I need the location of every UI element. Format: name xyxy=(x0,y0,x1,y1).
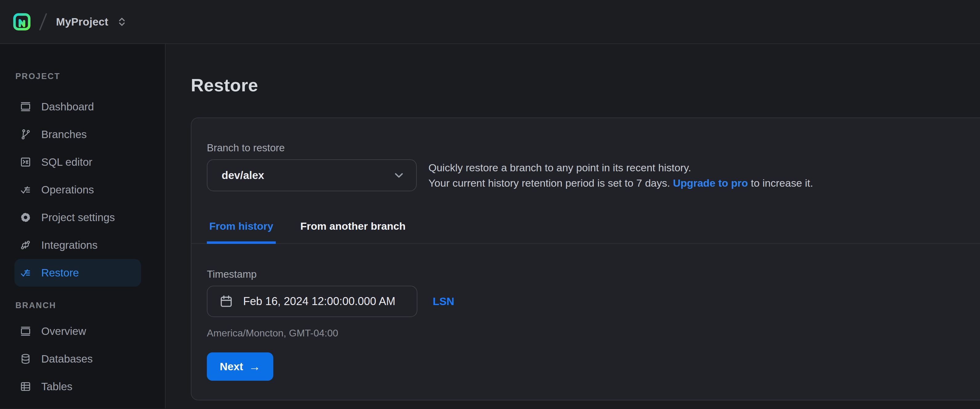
sql-editor-icon xyxy=(20,156,32,168)
sidebar-item-label: Tables xyxy=(41,380,72,393)
neon-logo[interactable] xyxy=(13,12,31,32)
gear-icon xyxy=(20,212,32,223)
next-button[interactable]: Next → xyxy=(207,352,273,381)
sidebar-item-label: SQL editor xyxy=(41,156,92,168)
branch-to-restore-label: Branch to restore xyxy=(207,142,979,154)
table-icon xyxy=(20,381,32,392)
description-line2-after: to increase it. xyxy=(748,177,813,189)
next-button-label: Next xyxy=(220,360,243,373)
project-switcher[interactable]: MyProject xyxy=(56,16,128,28)
sidebar-item-operations[interactable]: Operations xyxy=(14,176,141,204)
sidebar-item-sql-editor[interactable]: SQL editor xyxy=(14,148,141,176)
timezone-text: America/Moncton, GMT-04:00 xyxy=(207,328,979,339)
timestamp-input[interactable]: Feb 16, 2024 12:00:00.000 AM xyxy=(207,286,417,317)
database-icon xyxy=(20,353,32,365)
restore-description: Quickly restore a branch to any point in… xyxy=(428,160,813,191)
branch-select[interactable]: dev/alex xyxy=(207,159,417,191)
main-content: Restore Branch to restore dev/alex Quick… xyxy=(165,44,980,408)
operations-checklist-icon xyxy=(20,184,32,196)
description-line2: Your current history retention period is… xyxy=(428,177,673,189)
sidebar-item-cutoff[interactable] xyxy=(14,405,141,408)
sidebar-item-label: Overview xyxy=(41,325,86,337)
chevron-updown-icon xyxy=(116,16,128,28)
sidebar-item-restore[interactable]: Restore xyxy=(14,259,141,287)
sidebar-item-label: Operations xyxy=(41,184,94,196)
description-line1: Quickly restore a branch to any point in… xyxy=(428,162,691,173)
arrow-right-icon: → xyxy=(249,361,260,373)
top-bar: MyProject xyxy=(0,0,980,44)
timestamp-label: Timestamp xyxy=(207,268,979,280)
sidebar-item-label: Restore xyxy=(41,266,79,279)
sidebar: PROJECT Dashboard Branches xyxy=(0,44,165,408)
sidebar-section-project: PROJECT xyxy=(15,72,165,80)
sidebar-item-project-settings[interactable]: Project settings xyxy=(14,204,141,231)
lsn-link[interactable]: LSN xyxy=(433,295,454,308)
page-title: Restore xyxy=(191,75,980,95)
sidebar-item-dashboard[interactable]: Dashboard xyxy=(14,93,141,120)
sidebar-item-label: Integrations xyxy=(41,239,97,251)
restore-tabs: From history From another branch xyxy=(191,211,980,244)
sidebar-item-databases[interactable]: Databases xyxy=(14,345,141,373)
sidebar-section-branch: BRANCH xyxy=(15,301,165,309)
restore-card: Branch to restore dev/alex Quickly resto… xyxy=(191,117,980,400)
overview-icon xyxy=(20,325,32,337)
sidebar-item-label: Branches xyxy=(41,128,87,141)
calendar-icon xyxy=(219,294,233,308)
sidebar-item-integrations[interactable]: Integrations xyxy=(14,231,141,259)
sidebar-item-overview[interactable]: Overview xyxy=(14,317,141,345)
sidebar-item-label: Databases xyxy=(41,353,93,365)
sidebar-item-label: Dashboard xyxy=(41,101,94,113)
chevron-down-icon xyxy=(392,168,406,182)
sidebar-item-tables[interactable]: Tables xyxy=(14,373,141,400)
branch-select-value: dev/alex xyxy=(222,169,264,181)
breadcrumb-slash xyxy=(39,13,47,30)
upgrade-to-pro-link[interactable]: Upgrade to pro xyxy=(673,177,748,189)
sidebar-item-branches[interactable]: Branches xyxy=(14,120,141,148)
project-name: MyProject xyxy=(56,16,108,28)
git-branch-icon xyxy=(20,128,32,140)
timestamp-value: Feb 16, 2024 12:00:00.000 AM xyxy=(243,295,395,308)
sidebar-item-label: Project settings xyxy=(41,211,115,224)
tab-from-another-branch[interactable]: From another branch xyxy=(298,211,408,244)
dashboard-icon xyxy=(20,101,32,113)
integrations-icon xyxy=(20,239,32,251)
tab-from-history[interactable]: From history xyxy=(207,211,276,244)
restore-checklist-icon xyxy=(20,267,32,279)
